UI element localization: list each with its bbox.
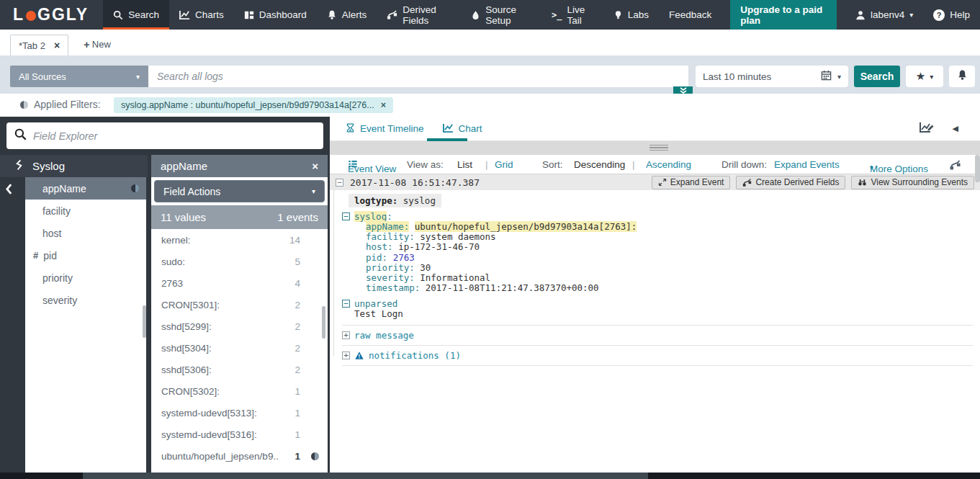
- sort-descending[interactable]: Descending: [574, 159, 625, 170]
- search-input[interactable]: [148, 66, 688, 87]
- notifications-label[interactable]: notifications (1): [369, 350, 461, 361]
- value-list-scrollbar[interactable]: [322, 306, 325, 339]
- edit-chart-icon[interactable]: [920, 121, 934, 136]
- view-surrounding-events-button[interactable]: View Surrounding Events: [851, 176, 974, 189]
- resize-handle[interactable]: [649, 145, 668, 151]
- chevron-down-icon: ▾: [930, 73, 933, 81]
- nav-item-dashboard[interactable]: Dashboard: [234, 0, 317, 30]
- nav-label: Alerts: [342, 9, 367, 20]
- nav-item-live-tail[interactable]: >_ Live Tail: [541, 0, 603, 30]
- bell-icon: [327, 9, 337, 20]
- user-menu[interactable]: labenv4 ▾: [845, 0, 923, 30]
- expand-section-icon[interactable]: +: [342, 331, 350, 339]
- horizontal-scrollbar-thumb[interactable]: [83, 473, 648, 479]
- group-key: syslog: [354, 211, 387, 222]
- nav-item-charts[interactable]: Charts: [169, 0, 234, 30]
- bell-icon: [957, 69, 968, 84]
- filter-toggle-icon[interactable]: [20, 101, 28, 109]
- field-item-host[interactable]: host: [25, 222, 146, 244]
- field-label: host: [42, 228, 139, 239]
- value-toggle-icon[interactable]: [311, 452, 319, 460]
- field-explorer-input[interactable]: [33, 130, 315, 142]
- drill-down-label: Drill down:: [721, 159, 767, 170]
- derived-fields-icon: [387, 9, 397, 20]
- sources-dropdown[interactable]: All Sources ▾: [10, 66, 148, 87]
- saved-searches-button[interactable]: ★ ▾: [906, 66, 943, 87]
- value-row[interactable]: sshd[5299]:2: [151, 315, 328, 337]
- log-field-priority: priority: 30: [366, 263, 980, 273]
- sort-ascending[interactable]: Ascending: [646, 159, 691, 170]
- expand-event-button[interactable]: Expand Event: [652, 176, 731, 189]
- search-input-wrap: [148, 66, 688, 87]
- tab-active[interactable]: *Tab 2 ×: [10, 35, 68, 55]
- view-as-grid[interactable]: Grid: [495, 159, 513, 170]
- close-icon[interactable]: ×: [381, 100, 386, 110]
- upgrade-button[interactable]: Upgrade to a paid plan: [730, 0, 837, 32]
- field-list-scrollbar[interactable]: [143, 305, 146, 338]
- alerts-bell-button[interactable]: [949, 66, 975, 87]
- collapse-sidebar-arrow[interactable]: [6, 184, 12, 197]
- create-derived-fields-button[interactable]: Create Derived Fields: [736, 176, 845, 189]
- value-row[interactable]: kernel:14: [151, 229, 328, 251]
- nav-item-source-setup[interactable]: Source Setup: [461, 0, 541, 30]
- collapse-event-icon[interactable]: −: [336, 179, 343, 187]
- field-item-appname[interactable]: appName: [25, 177, 146, 200]
- value-row[interactable]: systemd-udevd[5316]:1: [151, 424, 328, 445]
- help-icon: ?: [933, 9, 945, 21]
- nav-item-alerts[interactable]: Alerts: [317, 0, 377, 30]
- number-sign-icon: #: [33, 250, 38, 261]
- collapse-group-icon[interactable]: −: [342, 300, 350, 308]
- collapse-panel-icon[interactable]: ◀: [953, 124, 958, 133]
- nav-label: Search: [128, 9, 159, 20]
- value-row[interactable]: CRON[5301]:2: [151, 294, 328, 315]
- field-toggle-icon[interactable]: [131, 184, 139, 192]
- expand-section-icon[interactable]: +: [342, 352, 350, 359]
- view-as-list[interactable]: List: [457, 159, 472, 170]
- value-row[interactable]: CRON[5302]:1: [151, 380, 328, 402]
- value-row-selected[interactable]: ubuntu/hopeful_jepsen/b9...1: [151, 445, 328, 467]
- time-range-picker[interactable]: Last 10 minutes ▾: [696, 66, 848, 87]
- field-item-priority[interactable]: priority: [25, 267, 146, 289]
- value-row[interactable]: sshd[5306]:2: [151, 359, 328, 380]
- search-button[interactable]: Search: [854, 66, 900, 87]
- value-row[interactable]: sshd[5304]:2: [151, 337, 328, 359]
- tab-event-timeline[interactable]: Event Timeline: [346, 122, 424, 135]
- nav-item-search[interactable]: Search: [103, 0, 169, 30]
- nav-label: Labs: [628, 9, 649, 20]
- field-group-syslog[interactable]: Syslog: [0, 155, 148, 177]
- field-explorer-search: [6, 122, 323, 149]
- close-icon[interactable]: ×: [312, 160, 318, 172]
- user-icon: [855, 10, 866, 20]
- value-panel-title: appName: [161, 160, 207, 172]
- view-as-label: View as:: [407, 159, 444, 170]
- drill-down-expand-events[interactable]: Expand Events: [774, 159, 840, 170]
- horizontal-scrollbar[interactable]: [0, 473, 980, 479]
- indent-guide: [333, 190, 334, 356]
- chevron-down-icon: ▾: [837, 73, 841, 81]
- value-row[interactable]: sudo:5: [151, 251, 328, 272]
- filter-pill[interactable]: syslog.appName : ubuntu/hopeful_jepsen/b…: [114, 97, 393, 113]
- sort-label: Sort:: [542, 159, 563, 170]
- nav-item-derived-fields[interactable]: Derived Fields: [377, 0, 461, 30]
- derived-fields-icon[interactable]: [949, 159, 961, 173]
- tab-chart[interactable]: Chart: [443, 122, 482, 135]
- nav-item-feedback[interactable]: Feedback: [659, 0, 721, 30]
- collapse-group-icon[interactable]: −: [342, 212, 350, 220]
- field-item-facility[interactable]: facility: [25, 200, 146, 222]
- tab-label: Chart: [459, 123, 482, 134]
- close-icon[interactable]: ×: [54, 40, 60, 51]
- results-scrollbar[interactable]: [975, 155, 980, 182]
- field-item-pid[interactable]: #pid: [25, 244, 146, 267]
- field-actions-dropdown[interactable]: Field Actions ▾: [154, 180, 325, 202]
- warning-icon: [354, 351, 364, 360]
- nav-item-help[interactable]: ? Help: [923, 0, 980, 30]
- new-tab-button[interactable]: + New: [84, 38, 111, 50]
- raw-message-label[interactable]: raw message: [354, 330, 414, 341]
- loggly-logo[interactable]: LGGLY: [0, 0, 103, 30]
- value-row[interactable]: systemd-udevd[5313]:1: [151, 402, 328, 424]
- event-view-button[interactable]: Event View: [348, 159, 358, 169]
- nav-item-labs[interactable]: Labs: [603, 0, 659, 30]
- field-item-severity[interactable]: severity: [25, 289, 146, 311]
- value-row[interactable]: 27634: [151, 272, 328, 294]
- binoculars-icon: [858, 178, 867, 187]
